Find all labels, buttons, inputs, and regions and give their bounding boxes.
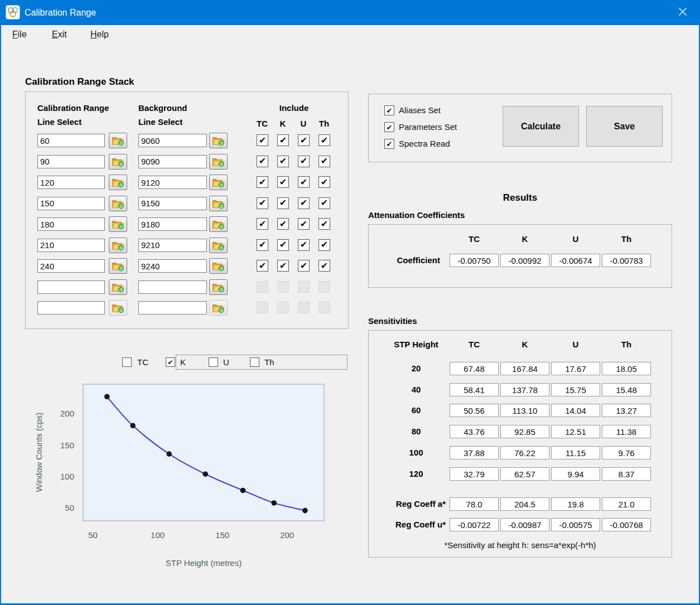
cal-line-browse-button-6[interactable] (109, 238, 127, 253)
bg-line-input-3[interactable] (138, 176, 207, 189)
include-checkbox-tc-row4[interactable]: ✔ (257, 197, 268, 209)
include-checkbox-u-row7[interactable]: ✔ (298, 260, 310, 272)
include-checkbox-u-row3[interactable]: ✔ (298, 176, 310, 188)
cal-line-browse-button-4[interactable] (109, 196, 127, 211)
atten-value-u: -0.00674 (551, 254, 600, 267)
bg-line-input-4[interactable] (138, 197, 207, 210)
cal-line-browse-button-3[interactable] (109, 175, 127, 190)
window-title: Calibration Range (25, 0, 96, 25)
include-checkbox-k-row5[interactable]: ✔ (277, 218, 289, 230)
include-checkbox-k-row3[interactable]: ✔ (277, 176, 289, 188)
cal-line-input-1[interactable] (37, 134, 105, 147)
sens-value-k-h40: 137.78 (500, 383, 549, 396)
chart-series-toggle-k[interactable]: ✔ (166, 357, 175, 367)
include-checkbox-th-row7[interactable]: ✔ (318, 260, 330, 272)
status-checkbox-parameters-set[interactable]: ✔ (384, 122, 394, 132)
include-checkbox-u-row4[interactable]: ✔ (298, 197, 310, 209)
include-checkbox-tc-row3[interactable]: ✔ (257, 176, 268, 188)
cal-line-browse-button-7[interactable] (109, 258, 127, 274)
save-button[interactable]: Save (586, 106, 663, 147)
bg-line-browse-button-5[interactable] (209, 216, 228, 232)
include-checkbox-tc-row7[interactable]: ✔ (257, 260, 268, 272)
chart-series-toggle-u[interactable] (209, 357, 218, 367)
include-checkbox-th-row6[interactable]: ✔ (318, 239, 330, 251)
sens-height-120: 120 (383, 467, 450, 481)
include-checkbox-k-row1[interactable]: ✔ (277, 134, 289, 146)
bg-line-input-2[interactable] (138, 155, 207, 168)
chart-curve-svg (84, 385, 326, 522)
cal-line-browse-button-9[interactable] (109, 300, 127, 316)
include-checkbox-th-row2[interactable]: ✔ (318, 156, 330, 167)
include-checkbox-tc-row1[interactable]: ✔ (257, 134, 268, 146)
data-point-136 (202, 471, 208, 477)
stack-row-2: ✔✔✔✔ (26, 154, 348, 175)
bg-line-input-1[interactable] (138, 134, 207, 147)
include-checkbox-k-row7[interactable]: ✔ (277, 260, 289, 272)
bg-line-browse-button-1[interactable] (209, 133, 228, 148)
cal-line-input-5[interactable] (37, 217, 105, 231)
bg-line-browse-button-2[interactable] (209, 154, 228, 170)
app-logo-icon (6, 5, 20, 20)
menu-exit[interactable]: Exit (52, 25, 67, 44)
bg-line-browse-button-7[interactable] (209, 258, 228, 274)
bg-line-browse-button-8[interactable] (209, 279, 228, 295)
close-button[interactable] (665, 0, 700, 25)
calculate-button[interactable]: Calculate (503, 106, 579, 147)
bg-line-browse-button-6[interactable] (209, 238, 228, 253)
chart-series-toggle-tc[interactable] (122, 357, 132, 367)
include-checkbox-tc-row6[interactable]: ✔ (257, 239, 268, 251)
include-checkbox-u-row8 (298, 281, 310, 293)
include-checkbox-k-row4[interactable]: ✔ (277, 197, 289, 209)
cal-line-browse-button-8[interactable] (109, 279, 127, 295)
cal-line-input-7[interactable] (37, 259, 105, 273)
bg-line-browse-button-3[interactable] (209, 175, 228, 190)
cal-line-browse-button-2[interactable] (109, 154, 127, 170)
include-checkbox-th-row3[interactable]: ✔ (318, 176, 330, 188)
include-checkbox-u-row1[interactable]: ✔ (298, 134, 310, 146)
bg-line-input-7[interactable] (138, 259, 207, 273)
folder-open-refresh-icon (112, 135, 124, 146)
bg-line-browse-button-9[interactable] (209, 300, 228, 316)
reg-coeff-a-tc: 78.0 (450, 497, 499, 511)
include-checkbox-u-row6[interactable]: ✔ (298, 239, 310, 251)
reg-coeff-u-k: -0.00987 (500, 518, 549, 531)
stack-row-9 (26, 300, 348, 321)
include-checkbox-u-row2[interactable]: ✔ (298, 156, 310, 167)
cal-line-browse-button-1[interactable] (109, 133, 127, 148)
include-checkbox-th-row1[interactable]: ✔ (318, 134, 330, 146)
cal-line-input-4[interactable] (37, 197, 105, 210)
stack-title: Calibration Range Stack (25, 76, 134, 88)
menu-help[interactable]: Help (90, 25, 109, 44)
include-checkbox-th-row9 (318, 302, 330, 313)
cal-line-input-2[interactable] (37, 155, 105, 168)
include-checkbox-u-row5[interactable]: ✔ (298, 218, 310, 230)
include-checkbox-k-row2[interactable]: ✔ (277, 156, 289, 167)
bg-line-input-6[interactable] (138, 239, 207, 252)
include-checkbox-tc-row5[interactable]: ✔ (257, 218, 268, 230)
sens-value-u-h120: 9.94 (551, 467, 600, 481)
cal-line-input-3[interactable] (37, 176, 105, 189)
bg-line-input-8[interactable] (138, 280, 207, 294)
sens-value-tc-h80: 43.76 (450, 425, 499, 438)
menu-file[interactable]: File (12, 25, 27, 44)
status-checkbox-aliases-set[interactable]: ✔ (384, 105, 394, 115)
chart-series-toggle-th[interactable] (250, 357, 259, 367)
include-checkbox-th-row5[interactable]: ✔ (318, 218, 330, 230)
bg-line-input-5[interactable] (138, 217, 207, 231)
cal-line-input-6[interactable] (37, 239, 105, 252)
app-window: Calibration Range FileExitHelp Calibrati… (0, 0, 700, 605)
reg-coeff-a-u: 19.8 (551, 497, 600, 511)
cal-line-input-8[interactable] (37, 280, 105, 294)
bg-line-input-9[interactable] (138, 301, 207, 314)
status-label-1: Aliases Set (399, 105, 441, 115)
cal-line-input-9[interactable] (37, 301, 105, 314)
data-point-189 (271, 500, 277, 506)
include-checkbox-k-row6[interactable]: ✔ (277, 239, 289, 251)
status-checkbox-spectra-read[interactable]: ✔ (384, 139, 394, 149)
cal-line-browse-button-5[interactable] (109, 216, 127, 232)
include-checkbox-th-row4[interactable]: ✔ (318, 197, 330, 209)
sens-col-u: U (551, 340, 601, 349)
stack-row-7: ✔✔✔✔ (26, 258, 348, 279)
bg-line-browse-button-4[interactable] (209, 196, 228, 211)
include-checkbox-tc-row2[interactable]: ✔ (257, 156, 268, 167)
